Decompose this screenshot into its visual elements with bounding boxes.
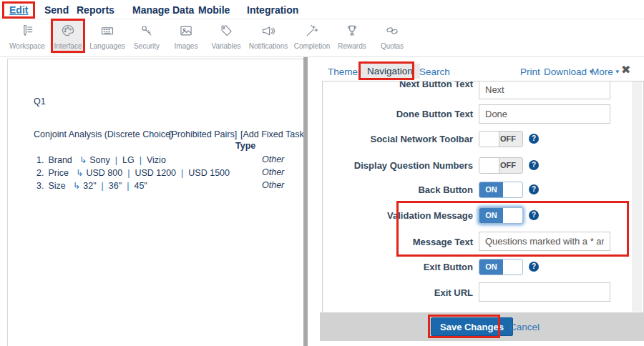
tag-icon	[219, 24, 233, 38]
toolbar-label: Quotas	[381, 42, 404, 50]
row-type: Other	[262, 154, 284, 164]
conjoint-row[interactable]: 3.Size↳32"|36"|45" Other	[36, 180, 147, 191]
level: 36"	[109, 181, 122, 191]
exit-url-label: Exit URL	[323, 287, 473, 298]
workspace-icon	[20, 24, 34, 38]
toggle-state: ON	[479, 182, 503, 197]
row-number: 1.	[36, 155, 44, 165]
tab-navigation[interactable]: Navigation	[360, 64, 420, 79]
tab-themes[interactable]: Themes	[328, 66, 363, 77]
next-button-text-input[interactable]	[479, 81, 610, 99]
row-type: Other	[262, 167, 284, 177]
exit-url-input[interactable]	[479, 282, 610, 302]
level: Vizio	[147, 155, 166, 165]
more-label: More	[591, 66, 613, 77]
validation-message-toggle[interactable]: ON	[479, 207, 523, 224]
separator: |	[140, 155, 142, 165]
megaphone-icon	[261, 24, 275, 38]
keyboard-icon	[100, 24, 114, 38]
toggle-state: ON	[479, 260, 503, 275]
image-icon	[179, 24, 193, 38]
form-scrollbar-track[interactable]	[632, 81, 642, 312]
tab-search[interactable]: Search	[419, 66, 450, 77]
arrow-icon: ↳	[79, 155, 87, 165]
row-number: 3.	[36, 181, 44, 191]
download-link[interactable]: Download ▾	[544, 66, 592, 77]
toolbar-label: Workspace	[9, 42, 45, 50]
type-column-header: Type	[235, 141, 255, 151]
toolbar-label: Notifications	[249, 42, 288, 50]
toolbar-item-quotas[interactable]: Quotas	[365, 22, 419, 51]
nav-item-reports[interactable]: Reports	[77, 4, 114, 16]
nav-item-integration[interactable]: Integration	[247, 4, 298, 16]
exit-button-toggle[interactable]: ON	[479, 259, 523, 275]
level: USD 800	[86, 168, 122, 178]
close-icon[interactable]: ✖	[621, 63, 630, 76]
survey-preview-panel: Q1 Conjoint Analysis (Discrete Choice) […	[7, 59, 304, 346]
level: Sony	[89, 155, 110, 165]
help-icon[interactable]: ?	[529, 160, 539, 170]
level: USD 1200	[135, 168, 176, 178]
key-icon	[140, 24, 154, 38]
help-icon[interactable]: ?	[529, 210, 539, 220]
message-text-label: Message Text	[323, 237, 473, 247]
more-link[interactable]: More ▾	[591, 66, 619, 77]
social-network-toolbar-label: Social Network Toolbar	[323, 134, 473, 144]
chain-links-icon	[385, 24, 399, 38]
toolbar-label: Rewards	[338, 42, 366, 50]
separator: |	[127, 168, 130, 178]
question-id: Q1	[34, 97, 46, 107]
help-icon[interactable]: ?	[529, 134, 539, 144]
nav-item-mobile[interactable]: Mobile	[198, 4, 230, 16]
level: 32"	[83, 181, 96, 191]
help-icon[interactable]: ?	[529, 184, 539, 194]
save-changes-button[interactable]: Save Changes	[431, 317, 513, 336]
exit-button-label: Exit Button	[323, 262, 473, 272]
done-button-text-label: Done Button Text	[323, 109, 473, 119]
arrow-icon: ↳	[73, 181, 80, 191]
nav-item-manage-data[interactable]: Manage Data	[132, 4, 194, 16]
help-icon[interactable]: ?	[529, 262, 539, 272]
message-text-input[interactable]	[479, 232, 610, 251]
attribute-name: Brand	[48, 155, 72, 165]
toolbar-label: Security	[134, 42, 160, 50]
separator: |	[115, 155, 117, 165]
row-number: 2.	[36, 168, 44, 178]
separator: |	[127, 181, 129, 191]
conjoint-row[interactable]: 1.Brand↳Sony|LG|Vizio Other	[36, 154, 166, 165]
next-button-text-label: Next Button Text	[323, 81, 473, 89]
print-link[interactable]: Print	[520, 66, 540, 77]
level: LG	[122, 155, 135, 165]
interface-palette-icon	[61, 24, 75, 38]
display-question-numbers-label: Display Question Numbers	[323, 160, 473, 171]
social-network-toolbar-toggle[interactable]: OFF	[479, 131, 523, 147]
back-button-label: Back Button	[323, 184, 473, 195]
toolbar-item-workspace[interactable]: Workspace	[0, 22, 54, 51]
magic-wand-icon	[305, 24, 319, 38]
cancel-link[interactable]: Cancel	[509, 322, 540, 332]
level: USD 1500	[188, 168, 230, 178]
row-type: Other	[262, 180, 284, 190]
separator: |	[102, 181, 104, 191]
vertical-scrollbar[interactable]	[303, 57, 308, 346]
toolbar-label: Variables	[212, 42, 241, 50]
app-window: Edit Send Reports Manage Data Mobile Int…	[0, 0, 644, 346]
done-button-text-input[interactable]	[479, 104, 610, 124]
display-question-numbers-toggle[interactable]: OFF	[479, 157, 523, 174]
conjoint-row[interactable]: 2.Price↳USD 800|USD 1200|USD 1500 Other	[36, 167, 230, 178]
nav-item-send[interactable]: Send	[44, 4, 69, 16]
toggle-state: ON	[479, 208, 503, 223]
trophy-icon	[345, 24, 359, 38]
download-label: Download	[544, 66, 587, 77]
toolbar-label: Interface	[54, 42, 82, 50]
validation-message-label: Validation Message	[323, 210, 473, 221]
separator: |	[181, 168, 183, 178]
back-button-toggle[interactable]: ON	[479, 182, 523, 198]
nav-item-edit[interactable]: Edit	[9, 4, 28, 16]
attribute-name: Size	[48, 181, 65, 191]
prohibited-pairs-link[interactable]: [Prohibited Pairs]	[169, 129, 237, 139]
level: 45"	[134, 181, 147, 191]
toolbar-label: Images	[175, 42, 198, 50]
question-title: Conjoint Analysis (Discrete Choice)	[34, 129, 173, 139]
add-fixed-tasks-link[interactable]: [Add Fixed Tasks	[240, 129, 304, 139]
